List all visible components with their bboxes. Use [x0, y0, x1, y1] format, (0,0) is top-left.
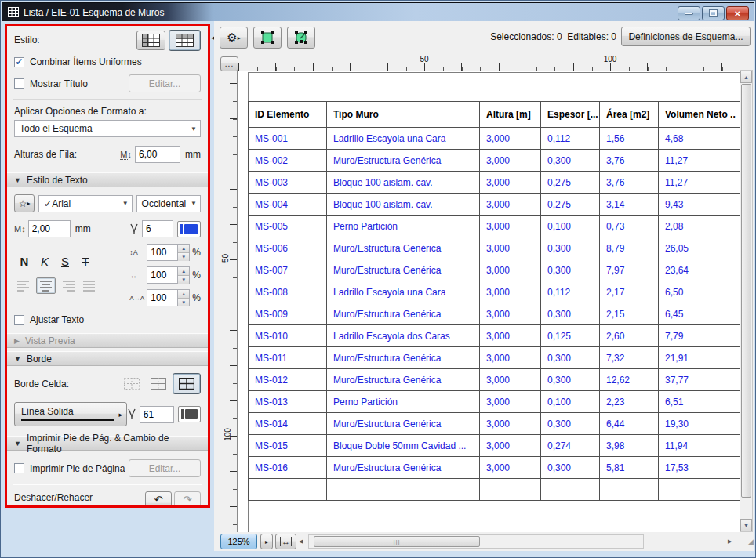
section-text-style[interactable]: ▼Estilo de Texto	[7, 172, 208, 187]
table-cell[interactable]: 0,112	[541, 128, 600, 150]
font-size-input[interactable]	[28, 220, 71, 237]
table-cell[interactable]: Muro/Estructura Genérica	[327, 259, 480, 281]
column-header[interactable]: ID Elemento	[249, 102, 327, 128]
table-cell[interactable]: 12,62	[600, 369, 659, 391]
table-cell[interactable]: 0,100	[541, 391, 600, 413]
font-dropdown[interactable]: ✓ Arial ▼	[38, 195, 132, 212]
table-cell[interactable]: 0,100	[541, 216, 600, 237]
table-cell[interactable]: MS-003	[249, 172, 327, 194]
show-title-checkbox[interactable]	[14, 78, 24, 89]
table-cell[interactable]	[327, 479, 480, 501]
table-cell[interactable]: 3,000	[480, 391, 541, 413]
align-right-button[interactable]	[58, 277, 78, 294]
column-header[interactable]: Tipo Muro	[327, 102, 480, 128]
section-border[interactable]: ▼Borde	[7, 351, 208, 366]
table-cell[interactable]: 7,32	[600, 347, 659, 369]
table-cell[interactable]: 6,44	[600, 413, 659, 435]
table-cell[interactable]: 3,000	[480, 325, 541, 347]
table-cell[interactable]: MS-010	[249, 325, 327, 347]
fit-text-checkbox[interactable]	[14, 315, 24, 325]
table-cell[interactable]: 37,77	[659, 369, 742, 391]
column-header[interactable]: Espesor [...	[541, 102, 600, 128]
table-row[interactable]: MS-008Ladrillo Escayola una Cara3,0000,1…	[249, 281, 742, 303]
table-cell[interactable]: 3,000	[480, 128, 541, 150]
scroll-up-icon[interactable]: ▲	[740, 71, 752, 83]
table-cell[interactable]: MS-007	[249, 259, 327, 281]
scheme-settings-button[interactable]: Definiciones de Esquema...	[621, 27, 751, 46]
table-cell[interactable]: 2,08	[659, 216, 742, 237]
table-row[interactable]: MS-009Muro/Estructura Genérica3,0000,300…	[249, 303, 742, 325]
table-cell[interactable]: Bloque 100 aislam. cav.	[327, 172, 480, 194]
table-cell[interactable]: 0,300	[541, 457, 600, 479]
section-preview[interactable]: ▶Vista Previa	[7, 333, 208, 348]
table-cell[interactable]: 11,27	[659, 150, 742, 172]
table-cell[interactable]: 4,68	[659, 128, 742, 150]
close-button[interactable]: ✕	[726, 6, 749, 20]
row-height-input[interactable]	[135, 146, 180, 163]
char-width-spinner[interactable]: ▲▼	[178, 266, 190, 284]
scroll-right-icon[interactable]: ▶	[728, 534, 737, 549]
table-cell[interactable]: 0,125	[541, 325, 600, 347]
char-spacing-spinner[interactable]: ▲▼	[178, 289, 190, 306]
table-cell[interactable]: Ladrillo Escayola dos Caras	[327, 325, 480, 347]
italic-button[interactable]: K	[35, 255, 55, 268]
table-cell[interactable]: 0,274	[541, 435, 600, 457]
align-left-button[interactable]	[14, 277, 34, 294]
vertical-ruler[interactable]: 50 100	[220, 71, 238, 532]
table-row[interactable]: MS-012Muro/Estructura Genérica3,0000,300…	[249, 369, 742, 391]
table-cell[interactable]: Perno Partición	[327, 216, 480, 237]
table-cell[interactable]: 2,23	[600, 391, 659, 413]
line-spacing-input[interactable]	[147, 244, 178, 261]
horizontal-scrollbar[interactable]: |||	[308, 534, 644, 549]
table-cell[interactable]: 3,000	[480, 457, 541, 479]
table-cell[interactable]: Perno Partición	[327, 391, 480, 413]
edit-title-button[interactable]: Editar...	[129, 74, 201, 92]
table-cell[interactable]: 0,275	[541, 172, 600, 194]
table-row[interactable]: MS-002Muro/Estructura Genérica3,0000,300…	[249, 150, 742, 172]
table-cell[interactable]: 3,000	[480, 369, 541, 391]
table-cell[interactable]	[541, 479, 600, 501]
table-cell[interactable]: Bloque Doble 50mm Cavidad ...	[327, 435, 480, 457]
table-cell[interactable]: 5,81	[600, 457, 659, 479]
table-cell[interactable]: 2,60	[600, 325, 659, 347]
table-cell[interactable]: 3,000	[480, 435, 541, 457]
table-cell[interactable]: 3,000	[480, 172, 541, 194]
horizontal-ruler[interactable]: 50 100	[238, 54, 740, 71]
schedule-table[interactable]: ID ElementoTipo MuroAltura [m]Espesor [.…	[248, 101, 741, 501]
char-width-input[interactable]	[147, 266, 178, 284]
combine-items-checkbox[interactable]: ✓	[14, 57, 24, 67]
table-cell[interactable]: 2,17	[600, 281, 659, 303]
table-cell[interactable]: 3,000	[480, 303, 541, 325]
table-cell[interactable]: 7,97	[600, 259, 659, 281]
table-cell[interactable]	[659, 479, 742, 501]
table-cell[interactable]: 26,05	[659, 237, 742, 259]
table-cell[interactable]: 7,79	[659, 325, 742, 347]
table-row[interactable]: MS-016Muro/Estructura Genérica3,0000,300…	[249, 457, 742, 479]
select-region-button[interactable]	[253, 27, 282, 49]
table-cell[interactable]: MS-008	[249, 281, 327, 303]
style-flat-grid-button[interactable]	[136, 31, 165, 50]
table-cell[interactable]: 19,30	[659, 413, 742, 435]
table-cell[interactable]: 3,98	[600, 435, 659, 457]
table-row[interactable]: MS-005Perno Partición3,0000,1000,732,08	[249, 216, 742, 237]
column-header[interactable]: Altura [m]	[480, 102, 541, 128]
strikethrough-button[interactable]: T	[75, 255, 96, 268]
table-cell[interactable]: 3,000	[480, 237, 541, 259]
text-pen-color-button[interactable]	[177, 221, 201, 237]
scroll-down-icon[interactable]: ▼	[740, 519, 752, 531]
table-row[interactable]: MS-010Ladrillo Escayola dos Caras3,0000,…	[249, 325, 742, 347]
border-horizontal-button[interactable]	[146, 374, 171, 393]
style-header-grid-button[interactable]	[169, 30, 201, 51]
table-cell[interactable]: Ladrillo Escayola una Cara	[327, 281, 480, 303]
table-cell[interactable]: MS-015	[249, 435, 327, 457]
table-cell[interactable]: 3,000	[480, 216, 541, 237]
table-cell[interactable]: 0,112	[541, 281, 600, 303]
ruler-options-button[interactable]: ...	[220, 56, 238, 71]
table-cell[interactable]: Ladrillo Escayola una Cara	[327, 128, 480, 150]
title-bar[interactable]: Lista / EIE-01 Esquema de Muros ✕	[2, 2, 754, 21]
redo-format-button[interactable]: ↷ B/–	[174, 491, 201, 508]
scroll-left-icon[interactable]: ◀	[299, 534, 308, 549]
settings-gear-button[interactable]: ⚙▸	[220, 27, 248, 49]
table-cell[interactable]: 0,300	[541, 369, 600, 391]
zoom-flyout-button[interactable]: ▸	[260, 534, 273, 549]
